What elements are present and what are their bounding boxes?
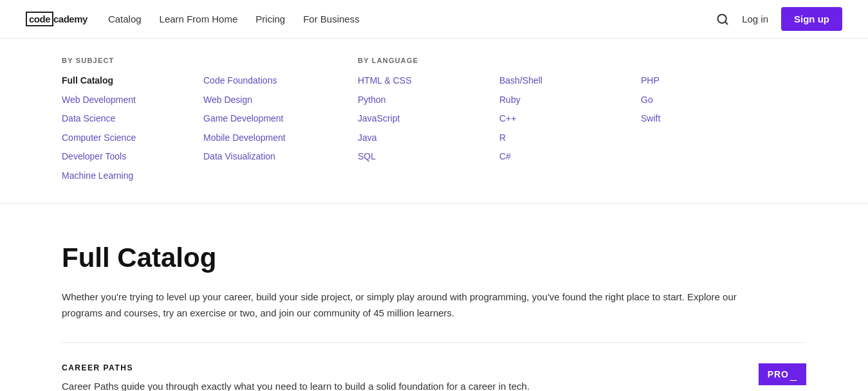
nav-pricing[interactable]: Pricing (255, 14, 285, 24)
by-subject-label: BY SUBJECT (62, 57, 306, 64)
section-divider (62, 342, 806, 343)
subject-game-development[interactable]: Game Development (203, 113, 306, 125)
nav-for-business[interactable]: For Business (303, 14, 360, 24)
svg-line-1 (725, 21, 728, 24)
lang-ruby[interactable]: Ruby (499, 94, 602, 107)
subject-web-design[interactable]: Web Design (203, 94, 306, 107)
subject-full-catalog[interactable]: Full Catalog (62, 75, 165, 87)
subject-col-1: Full Catalog Web Development Data Scienc… (62, 75, 165, 183)
career-paths-section: CAREER PATHS Career Paths guide you thro… (62, 363, 806, 391)
logo-code: code (26, 12, 53, 26)
subject-col-2: Code Foundations Web Design Game Develop… (203, 75, 306, 183)
by-language-section: BY LANGUAGE HTML & CSS Python JavaScript… (358, 57, 744, 183)
subject-mobile-development[interactable]: Mobile Development (203, 132, 306, 145)
nav-catalog[interactable]: Catalog (108, 14, 142, 24)
lang-swift[interactable]: Swift (641, 113, 744, 125)
lang-csharp[interactable]: C# (499, 150, 602, 163)
page-title: Full Catalog (62, 242, 806, 273)
subject-computer-science[interactable]: Computer Science (62, 132, 165, 145)
language-col-2: Bash/Shell Ruby C++ R C# (499, 75, 602, 163)
lang-php[interactable]: PHP (641, 75, 744, 87)
dropdown-menu: BY SUBJECT Full Catalog Web Development … (0, 39, 868, 204)
lang-bash-shell[interactable]: Bash/Shell (499, 75, 602, 87)
nav-learn-from-home[interactable]: Learn From Home (160, 14, 238, 24)
subject-developer-tools[interactable]: Developer Tools (62, 150, 165, 163)
logo[interactable]: codecademy (26, 12, 88, 26)
login-button[interactable]: Log in (742, 14, 768, 24)
subject-columns: Full Catalog Web Development Data Scienc… (62, 75, 306, 183)
lang-javascript[interactable]: JavaScript (358, 113, 461, 125)
subject-data-visualization[interactable]: Data Visualization (203, 150, 306, 163)
subject-machine-learning[interactable]: Machine Learning (62, 170, 165, 183)
page-description: Whether you're trying to level up your c… (62, 289, 770, 322)
lang-cpp[interactable]: C++ (499, 113, 602, 125)
career-paths-label: CAREER PATHS (62, 363, 530, 372)
pro-label: PRO (768, 369, 789, 379)
logo-cademy: cademy (53, 14, 88, 24)
by-language-label: BY LANGUAGE (358, 57, 744, 64)
nav-right: Log in Sign up (716, 7, 842, 31)
pro-cursor: _ (790, 368, 797, 380)
main-content: Full Catalog Whether you're trying to le… (0, 204, 868, 391)
signup-button[interactable]: Sign up (781, 7, 842, 31)
search-icon (716, 13, 729, 26)
career-paths-text: CAREER PATHS Career Paths guide you thro… (62, 363, 530, 391)
subject-data-science[interactable]: Data Science (62, 113, 165, 125)
career-paths-description: Career Paths guide you through exactly w… (62, 379, 530, 391)
language-col-3: PHP Go Swift (641, 75, 744, 163)
nav-links: Catalog Learn From Home Pricing For Busi… (108, 14, 360, 25)
navbar: codecademy Catalog Learn From Home Prici… (0, 0, 868, 39)
search-button[interactable] (716, 13, 729, 26)
lang-java[interactable]: Java (358, 132, 461, 145)
lang-r[interactable]: R (499, 132, 602, 145)
pro-badge: PRO_ (759, 363, 806, 385)
by-subject-section: BY SUBJECT Full Catalog Web Development … (62, 57, 306, 183)
subject-code-foundations[interactable]: Code Foundations (203, 75, 306, 87)
lang-python[interactable]: Python (358, 94, 461, 107)
language-col-1: HTML & CSS Python JavaScript Java SQL (358, 75, 461, 163)
lang-go[interactable]: Go (641, 94, 744, 107)
language-columns: HTML & CSS Python JavaScript Java SQL Ba… (358, 75, 744, 163)
lang-sql[interactable]: SQL (358, 150, 461, 163)
subject-web-development[interactable]: Web Development (62, 94, 165, 107)
lang-html-css[interactable]: HTML & CSS (358, 75, 461, 87)
